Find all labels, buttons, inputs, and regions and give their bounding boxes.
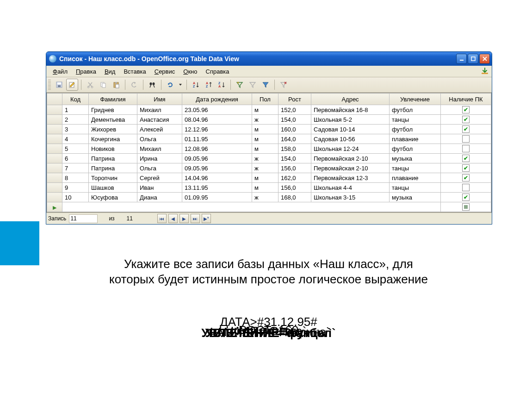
table-row[interactable]: 8ТоропчинСергей14.04.96м162,0Первомайска… xyxy=(47,173,491,183)
cell-hobby[interactable]: музыка xyxy=(390,154,441,163)
cell-height[interactable]: 154,0 xyxy=(278,115,311,125)
cell-addr[interactable]: Первомайская 2-10 xyxy=(311,163,390,173)
cell-date[interactable]: 01.09.95 xyxy=(182,193,252,202)
cell-name[interactable]: Ольга xyxy=(137,134,182,144)
table-row[interactable]: 5НовиковМихаил12.08.96м158,0Школьная 12-… xyxy=(47,144,491,154)
cell-sex[interactable]: м xyxy=(252,105,278,115)
cell-height[interactable]: 156,0 xyxy=(278,163,311,173)
cell-pc[interactable] xyxy=(441,125,491,134)
cell-date[interactable]: 12.08.96 xyxy=(182,144,252,154)
cell-family[interactable]: Новиков xyxy=(89,144,137,154)
cell-addr[interactable]: Школьная 4-4 xyxy=(311,183,390,193)
checkbox-icon[interactable] xyxy=(462,125,470,133)
row-header-cell[interactable] xyxy=(47,115,62,125)
row-header-cell[interactable] xyxy=(47,105,62,115)
cell-name[interactable]: Алексей xyxy=(137,125,182,134)
cell-sex[interactable]: м xyxy=(252,183,278,193)
checkbox-icon[interactable] xyxy=(462,135,470,143)
col-height[interactable]: Рост xyxy=(278,94,311,105)
col-name[interactable]: Имя xyxy=(137,94,182,105)
record-number-field[interactable] xyxy=(69,214,98,223)
table-row[interactable]: 10ЮсуфоваДиана01.09.95ж168,0Школьная 3-1… xyxy=(47,193,491,202)
table-row[interactable]: 1ГридневМихаил23.05.96м152,0Первомайская… xyxy=(47,105,491,115)
cell-code[interactable]: 3 xyxy=(62,125,89,134)
cell-pc[interactable] xyxy=(441,115,491,125)
cell-code[interactable]: 9 xyxy=(62,183,89,193)
cell-date[interactable]: 13.11.95 xyxy=(182,183,252,193)
cell-height[interactable]: 152,0 xyxy=(278,105,311,115)
table-row[interactable]: 6ПатринаИрина09.05.96ж154,0Первомайская … xyxy=(47,154,491,163)
sort-asc-button[interactable]: AZ xyxy=(190,79,202,91)
cell-name[interactable]: Диана xyxy=(137,193,182,202)
checkbox-icon[interactable] xyxy=(462,203,470,211)
col-date[interactable]: Дата рождения xyxy=(182,94,252,105)
cell-pc[interactable] xyxy=(441,202,491,212)
cell-hobby[interactable]: футбол xyxy=(390,105,441,115)
cell-addr[interactable]: Первомайская 12-3 xyxy=(311,173,390,183)
cell-height[interactable]: 158,0 xyxy=(278,144,311,154)
cell-pc[interactable] xyxy=(441,183,491,193)
menu-insert[interactable]: Вставка xyxy=(120,67,149,76)
cell-sex[interactable]: м xyxy=(252,134,278,144)
cell-name[interactable]: Михаил xyxy=(137,105,182,115)
col-hobby[interactable]: Увлечение xyxy=(390,94,441,105)
cell-name[interactable]: Анастасия xyxy=(137,115,182,125)
cell-family[interactable]: Патрина xyxy=(89,154,137,163)
refresh-dropdown[interactable] xyxy=(177,79,184,91)
cell-date[interactable]: 09.05.96 xyxy=(182,154,252,163)
cell-addr[interactable]: Школьная 12-24 xyxy=(311,144,390,154)
cut-button[interactable] xyxy=(84,79,96,91)
cell-code[interactable]: 8 xyxy=(62,173,89,183)
cell-hobby[interactable]: плавание xyxy=(390,134,441,144)
copy-button[interactable] xyxy=(97,79,109,91)
maximize-button[interactable] xyxy=(468,54,478,64)
download-icon[interactable] xyxy=(481,67,489,75)
col-sex[interactable]: Пол xyxy=(252,94,278,105)
data-table[interactable]: Код Фамилия Имя Дата рождения Пол Рост А… xyxy=(47,93,491,212)
cell-code[interactable]: 4 xyxy=(62,134,89,144)
cell-hobby[interactable]: танцы xyxy=(390,183,441,193)
table-row[interactable]: 4КочергинаОльга01.11.95м164,0Садовая 10-… xyxy=(47,134,491,144)
col-code[interactable]: Код xyxy=(62,94,89,105)
cell-addr[interactable]: Первомайская 16-8 xyxy=(311,105,390,115)
undo-button[interactable] xyxy=(128,79,140,91)
cell-family[interactable]: Шашков xyxy=(89,183,137,193)
checkbox-icon[interactable] xyxy=(462,174,470,181)
table-row[interactable]: 3ЖихоревАлексей12.12.96м160,0Садовая 10-… xyxy=(47,125,491,134)
cell-height[interactable]: 162,0 xyxy=(278,173,311,183)
cell-pc[interactable] xyxy=(441,163,491,173)
cell-family[interactable]: Дементьева xyxy=(89,115,137,125)
edit-button[interactable] xyxy=(66,79,78,91)
row-header-cell[interactable] xyxy=(47,193,62,202)
sort-desc-button[interactable]: AZ xyxy=(203,79,215,91)
save-button[interactable] xyxy=(53,79,65,91)
cell-height[interactable]: 160,0 xyxy=(278,125,311,134)
cell-hobby[interactable]: музыка xyxy=(390,193,441,202)
row-header-cell[interactable] xyxy=(47,183,62,193)
sort-button[interactable]: ZA xyxy=(216,79,228,91)
cell-name[interactable]: Сергей xyxy=(137,173,182,183)
cell-pc[interactable] xyxy=(441,154,491,163)
cell-sex[interactable]: ж xyxy=(252,154,278,163)
remove-filter-button[interactable] xyxy=(278,79,290,91)
cell-family[interactable]: Жихорев xyxy=(89,125,137,134)
new-record-row[interactable]: ▶ xyxy=(47,202,491,212)
cell-date[interactable]: 08.04.96 xyxy=(182,115,252,125)
cell-addr[interactable]: Школьная 3-15 xyxy=(311,193,390,202)
cell-sex[interactable]: ж xyxy=(252,193,278,202)
menu-view[interactable]: Вид xyxy=(101,67,119,76)
cell-height[interactable]: 154,0 xyxy=(278,154,311,163)
row-header-cell[interactable] xyxy=(47,163,62,173)
cell-pc[interactable] xyxy=(441,144,491,154)
empty-cell[interactable] xyxy=(62,202,441,212)
row-header-cell[interactable] xyxy=(47,134,62,144)
cell-sex[interactable]: ж xyxy=(252,163,278,173)
cell-sex[interactable]: м xyxy=(252,125,278,134)
cell-pc[interactable] xyxy=(441,193,491,202)
cell-addr[interactable]: Садовая 10-56 xyxy=(311,134,390,144)
cell-code[interactable]: 5 xyxy=(62,144,89,154)
row-header-cell[interactable] xyxy=(47,154,62,163)
next-record-button[interactable]: ▶ xyxy=(179,214,189,223)
cell-addr[interactable]: Садовая 10-14 xyxy=(311,125,390,134)
row-header-cell[interactable] xyxy=(47,173,62,183)
